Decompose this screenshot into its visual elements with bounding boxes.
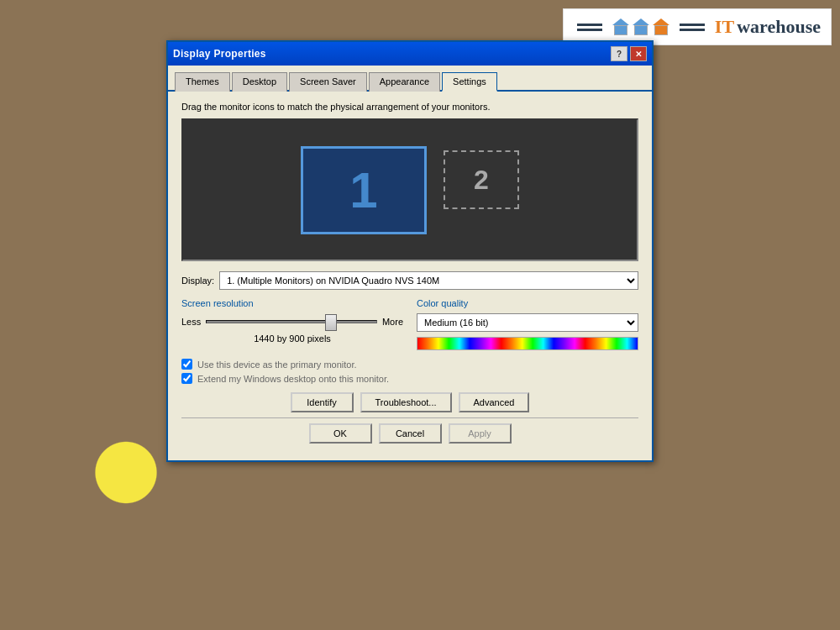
- logo-houses: [612, 18, 669, 35]
- logo-decoration: [577, 24, 602, 31]
- display-row: Display: 1. (Multiple Monitors) on NVIDI…: [181, 271, 638, 290]
- help-button[interactable]: ?: [611, 46, 627, 61]
- tab-themes[interactable]: Themes: [175, 72, 230, 92]
- less-label: Less: [181, 317, 201, 327]
- confirm-buttons-row: OK Cancel Apply: [181, 423, 638, 444]
- troubleshoot-button[interactable]: Troubleshoot...: [360, 392, 452, 412]
- identify-button[interactable]: Identify: [291, 392, 354, 412]
- color-col: Color quality Medium (16 bit): [417, 298, 638, 350]
- monitor-2[interactable]: 2: [444, 150, 519, 209]
- tabs-bar: Themes Desktop Screen Saver Appearance S…: [168, 66, 652, 92]
- resolution-slider[interactable]: [206, 313, 377, 330]
- house-roof-1: [612, 18, 629, 25]
- checkbox-primary-monitor: Use this device as the primary monitor.: [181, 359, 638, 370]
- monitor-2-number: 2: [474, 165, 489, 196]
- action-buttons-row: Identify Troubleshoot... Advanced: [181, 392, 638, 412]
- house-body-1: [614, 25, 627, 35]
- tab-settings[interactable]: Settings: [442, 72, 497, 92]
- tab-desktop[interactable]: Desktop: [232, 72, 287, 92]
- color-select[interactable]: Medium (16 bit): [417, 313, 638, 332]
- house-body-2: [634, 25, 648, 35]
- monitor-1-number: 1: [349, 161, 377, 219]
- title-bar-buttons: ? ✕: [611, 46, 647, 61]
- settings-content: Drag the monitor icons to match the phys…: [168, 92, 652, 460]
- color-bar: [417, 337, 638, 350]
- close-button[interactable]: ✕: [630, 46, 647, 61]
- checkbox-extend-desktop: Extend my Windows desktop onto this moni…: [181, 373, 638, 384]
- display-select[interactable]: 1. (Multiple Monitors) on NVIDIA Quadro …: [219, 271, 638, 290]
- color-label: Color quality: [417, 298, 638, 308]
- house-roof-3: [653, 18, 669, 25]
- monitor-preview: 1 2: [181, 118, 638, 261]
- house-1: [612, 18, 629, 35]
- resolution-value: 1440 by 900 pixels: [181, 333, 403, 344]
- display-label: Display:: [181, 276, 214, 286]
- title-bar: Display Properties ? ✕: [168, 42, 652, 66]
- checkbox-primary-label: Use this device as the primary monitor.: [197, 360, 357, 370]
- more-label: More: [382, 317, 403, 327]
- checkbox-extend-label: Extend my Windows desktop onto this moni…: [197, 374, 389, 384]
- checkbox-extend-input[interactable]: [181, 373, 192, 384]
- house-3: [653, 18, 669, 35]
- apply-button[interactable]: Apply: [449, 423, 512, 444]
- slider-thumb[interactable]: [325, 314, 337, 331]
- cancel-button[interactable]: Cancel: [379, 423, 442, 444]
- advanced-button[interactable]: Advanced: [459, 392, 530, 412]
- instruction-text: Drag the monitor icons to match the phys…: [181, 102, 638, 112]
- logo-warehouse: warehouse: [737, 16, 821, 37]
- tab-appearance[interactable]: Appearance: [369, 72, 440, 92]
- logo-it: IT: [715, 16, 734, 37]
- dialog-title: Display Properties: [173, 48, 266, 60]
- monitor-1[interactable]: 1: [301, 146, 427, 234]
- resolution-label: Screen resolution: [181, 298, 403, 308]
- logo-text: IT warehouse: [715, 16, 821, 38]
- tab-screensaver[interactable]: Screen Saver: [289, 72, 367, 92]
- display-properties-dialog: Display Properties ? ✕ Themes Desktop Sc…: [166, 40, 654, 462]
- logo-decoration-right: [680, 24, 705, 31]
- slider-track: [206, 320, 377, 323]
- settings-row: Screen resolution Less More 1440 by 900 …: [181, 298, 638, 350]
- resolution-col: Screen resolution Less More 1440 by 900 …: [181, 298, 403, 350]
- house-2: [633, 18, 649, 35]
- house-body-3: [654, 25, 668, 35]
- checkbox-primary-input[interactable]: [181, 359, 192, 370]
- ok-button[interactable]: OK: [309, 423, 372, 444]
- house-roof-2: [633, 18, 649, 25]
- resolution-slider-row: Less More: [181, 313, 403, 330]
- separator: [181, 417, 638, 418]
